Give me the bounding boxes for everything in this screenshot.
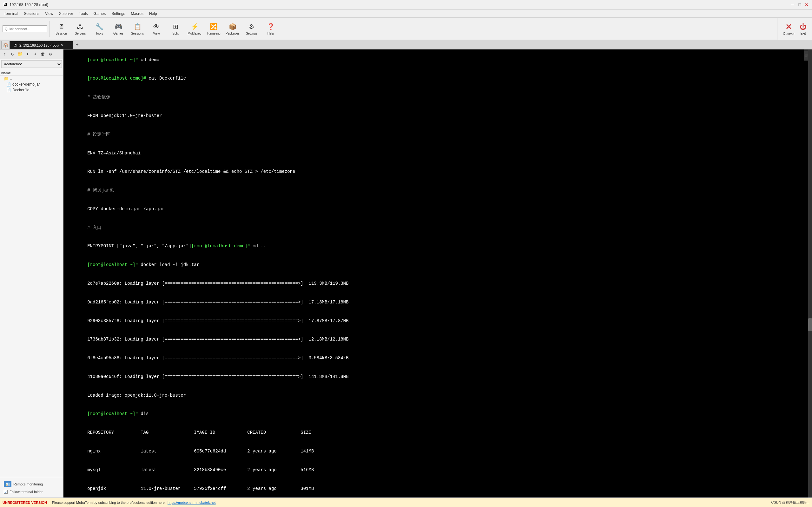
term-line-19: Loaded image: openjdk:11.0-jre-buster bbox=[66, 386, 809, 405]
exit-icon: ⏻ bbox=[800, 23, 807, 31]
term-line-2: [root@localhost demo]# cat Dockerfile bbox=[66, 69, 809, 88]
menubar: Terminal Sessions View X server Tools Ga… bbox=[0, 9, 812, 18]
right-action-panel: ⬛ bbox=[804, 50, 808, 61]
right-action-1[interactable]: ⬛ bbox=[804, 51, 808, 60]
titlebar-left: 🖥 192.168.150.128 (root) bbox=[3, 2, 48, 8]
dockerfile-icon: 📄 bbox=[6, 88, 11, 92]
app-icon: 🖥 bbox=[3, 2, 8, 8]
new-tab-button[interactable]: + bbox=[73, 41, 81, 49]
tree-item-dockerfile[interactable]: 📄 Dockerfile bbox=[0, 87, 63, 93]
sidebar-path-select[interactable]: /root/demo/ bbox=[1, 60, 62, 68]
exit-button[interactable]: ⏻ Exit bbox=[800, 23, 807, 35]
tab-home-button[interactable]: 🏠 bbox=[1, 41, 9, 49]
multiexec-button[interactable]: ⚡ MultiExec bbox=[186, 19, 203, 38]
status-link[interactable]: https://mobaxterm.mobatek.net bbox=[167, 501, 216, 504]
term-line-24: openjdk 11.0-jre-buster 57925f2e4cff 2 y… bbox=[66, 480, 809, 498]
follow-folder-checkbox[interactable]: Follow terminal folder bbox=[3, 489, 61, 495]
sessions-icon: 📋 bbox=[133, 22, 142, 31]
tab-close-button[interactable]: ✕ bbox=[61, 43, 64, 48]
term-line-8: # 拷贝jar包 bbox=[66, 181, 809, 200]
tab-session-icon: 🖥 bbox=[13, 43, 17, 48]
tabbar: 🏠 🖥 2: 192.168.150.128 (root) ✕ + bbox=[0, 40, 812, 50]
status-text: Please support MobaTerm by subscribing t… bbox=[52, 501, 166, 504]
tools-icon: 🔧 bbox=[95, 22, 104, 31]
terminal-wrapper: [root@localhost ~]# cd demo [root@localh… bbox=[63, 50, 812, 498]
menu-macros[interactable]: Macros bbox=[129, 11, 146, 16]
term-line-21: REPOSITORY TAG IMAGE ID CREATED SIZE bbox=[66, 424, 809, 442]
sidebar: ↑ ↻ 📁 ⬆ ⬇ 🗑 ⚙ /root/demo/ Name 📁 .. 📄 do… bbox=[0, 50, 63, 498]
menu-sessions[interactable]: Sessions bbox=[21, 11, 42, 16]
remote-monitoring-button[interactable]: 📊 Remote monitoring bbox=[3, 480, 61, 489]
right-toolbar: ✕ X server ⏻ Exit bbox=[777, 18, 812, 40]
tunneling-icon: 🔀 bbox=[209, 22, 218, 31]
settings-button[interactable]: ⚙ Settings bbox=[243, 19, 260, 38]
follow-folder-check-icon[interactable] bbox=[4, 490, 8, 494]
search-input[interactable] bbox=[3, 25, 47, 32]
games-button[interactable]: 🎮 Games bbox=[109, 19, 127, 38]
help-button[interactable]: ❓ Help bbox=[262, 19, 280, 38]
servers-button[interactable]: 🖧 Servers bbox=[71, 19, 89, 38]
monitor-icon: 📊 bbox=[4, 481, 11, 487]
minimize-button[interactable]: ─ bbox=[790, 2, 796, 8]
term-line-18: 41080a0c646f: Loading layer [===========… bbox=[66, 368, 809, 386]
view-icon: 👁 bbox=[152, 22, 161, 31]
tunneling-button[interactable]: 🔀 Tunneling bbox=[205, 19, 222, 38]
sidebar-delete-button[interactable]: 🗑 bbox=[39, 51, 46, 58]
menu-view[interactable]: View bbox=[43, 11, 56, 16]
sidebar-up-button[interactable]: ↑ bbox=[1, 51, 8, 58]
status-separator: - bbox=[49, 501, 50, 504]
menu-tools[interactable]: Tools bbox=[77, 11, 91, 16]
term-line-23: mysql latest 3218b38490ce 2 years ago 51… bbox=[66, 461, 809, 480]
sessions-button[interactable]: 📋 Sessions bbox=[129, 19, 146, 38]
sidebar-new-folder-button[interactable]: 📁 bbox=[16, 51, 23, 58]
xserver-icon: ✕ bbox=[785, 22, 792, 32]
titlebar-title: 192.168.150.128 (root) bbox=[9, 3, 48, 7]
close-button[interactable]: ✕ bbox=[804, 2, 809, 8]
menu-xserver[interactable]: X server bbox=[56, 11, 76, 16]
term-line-22: nginx latest 605c77e624dd 2 years ago 14… bbox=[66, 442, 809, 461]
tree-item-jar[interactable]: 📄 docker-demo.jar bbox=[0, 81, 63, 87]
term-line-15: 92903c3857f8: Loading layer [===========… bbox=[66, 312, 809, 330]
split-button[interactable]: ⊞ Split bbox=[166, 19, 184, 38]
term-line-9: COPY docker-demo.jar /app.jar bbox=[66, 200, 809, 219]
tree-header: Name bbox=[0, 70, 63, 76]
menu-terminal[interactable]: Terminal bbox=[1, 11, 20, 16]
menu-settings[interactable]: Settings bbox=[109, 11, 128, 16]
term-line-7: RUN ln -snf /usr/share/zoneinfo/$TZ /etc… bbox=[66, 163, 809, 181]
sidebar-bottom: 📊 Remote monitoring Follow terminal fold… bbox=[0, 477, 63, 498]
term-line-4: FROM openjdk:11.0-jre-buster bbox=[66, 107, 809, 125]
servers-icon: 🖧 bbox=[76, 22, 85, 31]
xserver-button[interactable]: ✕ X server bbox=[783, 22, 795, 36]
term-line-13: 2c7e7ab2260a: Loading layer [===========… bbox=[66, 274, 809, 293]
view-button[interactable]: 👁 View bbox=[148, 19, 165, 38]
status-unregistered: UNREGISTERED VERSION bbox=[3, 501, 47, 504]
terminal[interactable]: [root@localhost ~]# cd demo [root@localh… bbox=[63, 50, 812, 498]
packages-button[interactable]: 📦 Packages bbox=[224, 19, 242, 38]
titlebar-controls: ─ □ ✕ bbox=[790, 2, 809, 8]
folder-up-icon: 📁 bbox=[4, 76, 9, 81]
tools-button[interactable]: 🔧 Tools bbox=[91, 19, 108, 38]
sidebar-upload-button[interactable]: ⬆ bbox=[24, 51, 31, 58]
sidebar-refresh-button[interactable]: ↻ bbox=[9, 51, 16, 58]
help-icon: ❓ bbox=[266, 22, 275, 31]
settings-icon: ⚙ bbox=[247, 22, 256, 31]
jar-file-icon: 📄 bbox=[6, 82, 11, 87]
term-line-5: # 设定时区 bbox=[66, 125, 809, 144]
terminal-scrollbar[interactable] bbox=[808, 50, 812, 498]
statusbar: UNREGISTERED VERSION - Please support Mo… bbox=[0, 498, 812, 507]
tab-session-1[interactable]: 🖥 2: 192.168.150.128 (root) ✕ bbox=[9, 41, 73, 49]
sidebar-settings-button[interactable]: ⚙ bbox=[47, 51, 54, 58]
menu-games[interactable]: Games bbox=[91, 11, 108, 16]
sidebar-path-container: /root/demo/ bbox=[1, 60, 62, 68]
term-line-14: 9ad2165feb02: Loading layer [===========… bbox=[66, 293, 809, 312]
term-line-6: ENV TZ=Asia/Shanghai bbox=[66, 144, 809, 163]
tree-item-parent[interactable]: 📁 .. bbox=[0, 76, 63, 81]
sidebar-download-button[interactable]: ⬇ bbox=[32, 51, 39, 58]
term-line-16: 1736ab871b32: Loading layer [===========… bbox=[66, 330, 809, 349]
term-line-11: ENTRYPOINT ["java", "-jar", "/app.jar"][… bbox=[66, 237, 809, 256]
scrollbar-thumb[interactable] bbox=[808, 318, 812, 331]
menu-help[interactable]: Help bbox=[147, 11, 160, 16]
multiexec-icon: ⚡ bbox=[190, 22, 199, 31]
session-button[interactable]: 🖥 Session bbox=[52, 19, 70, 38]
maximize-button[interactable]: □ bbox=[797, 2, 803, 8]
